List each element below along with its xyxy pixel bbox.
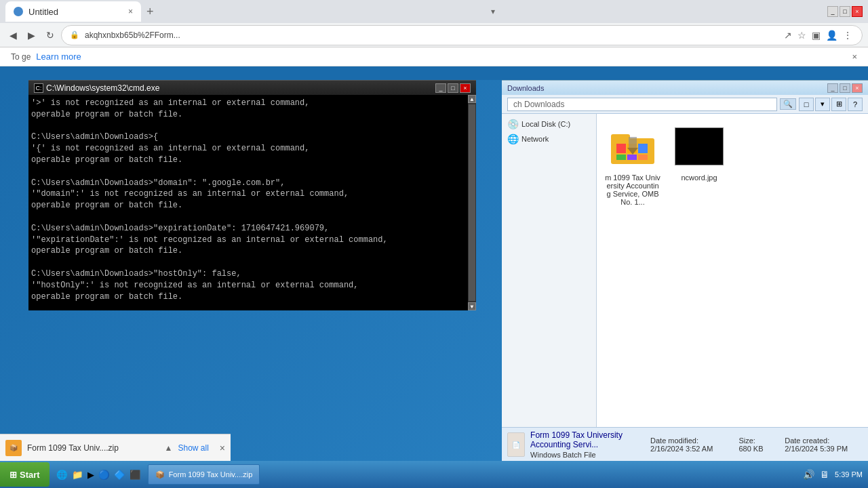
cmd-icon-tb[interactable]: ⬛ (128, 468, 142, 481)
browser-tab[interactable]: Untitled × (5, 1, 141, 22)
cmd-line: operable program or batch file. (31, 200, 464, 211)
status-date-created: Date created: 2/16/2024 5:39 PM (785, 436, 863, 453)
explorer-search-text: ch Downloads (513, 100, 771, 109)
start-button[interactable]: ⊞ Start (0, 462, 50, 487)
learn-more-link[interactable]: Learn more (36, 52, 81, 62)
status-file-type: Windows Batch File (530, 451, 645, 459)
cmd-line: operable program or batch file. (31, 109, 464, 121)
explorer-toolbar: ch Downloads 🔍 □ ▾ ⊞ ? (502, 95, 868, 114)
menu-icon[interactable]: ⋮ (842, 28, 854, 42)
explorer-icon[interactable]: 📁 (71, 468, 85, 481)
new-tab-button[interactable]: + (141, 2, 159, 22)
cmd-body: '>' is not recognized as an internal or … (28, 95, 476, 310)
disk-icon: 💿 (507, 119, 519, 129)
ie2-icon[interactable]: 🔷 (113, 468, 127, 481)
cmd-scroll-up[interactable]: ▲ (468, 95, 476, 103)
explorer-titlebar: Downloads _ □ × (502, 80, 868, 95)
tray-clock: 5:39 PM (835, 470, 863, 479)
cmd-line: operable program or batch file. (31, 291, 464, 303)
svg-rect-1 (611, 134, 630, 141)
back-button[interactable]: ◀ (5, 27, 21, 43)
show-all-button[interactable]: Show all (178, 443, 208, 453)
cmd-line: C:\Users\admin\Downloads>"hostOnly": fal… (31, 268, 464, 280)
local-disk-label: Local Disk (C:) (521, 120, 570, 128)
taskbar-items: 📦 Form 1099 Tax Univ....zip (145, 464, 797, 485)
cmd-scroll-down[interactable]: ▼ (468, 302, 476, 310)
share-icon[interactable]: ↗ (783, 28, 793, 42)
status-meta: Date modified: 2/16/2024 3:52 AM Size: 6… (650, 436, 768, 453)
cmd-minimize-button[interactable]: _ (435, 83, 446, 93)
browser-minimize-button[interactable]: _ (827, 6, 838, 17)
jpg-thumbnail (675, 127, 724, 165)
cmd-maximize-button[interactable]: □ (448, 83, 458, 93)
download-close-button[interactable]: × (220, 443, 225, 453)
cmd-icon: C: (34, 83, 43, 93)
tab-favicon (14, 7, 23, 16)
explorer-view-button[interactable]: □ (799, 98, 814, 111)
explorer-help-button[interactable]: ? (848, 98, 863, 111)
taskbar-item-label: Form 1099 Tax Univ....zip (169, 470, 253, 479)
tab-title: Untitled (28, 7, 58, 17)
taskbar-item[interactable]: 📦 Form 1099 Tax Univ....zip (148, 464, 260, 485)
address-bar[interactable]: 🔒 akqhxnbxb65b%2FForm... ↗ ☆ ▣ 👤 ⋮ (61, 25, 863, 45)
cmd-line: '"hostOnly":' is not recognized as an in… (31, 280, 464, 291)
list-item[interactable]: ncword.jpg (669, 119, 730, 209)
explorer-right-panel: m 1099 Tax University Accounting Service… (597, 114, 868, 427)
sidebar-icon[interactable]: ▣ (810, 28, 822, 42)
cmd-line: C:\Users\admin\Downloads>"domain": ".goo… (31, 178, 464, 189)
wmp-icon[interactable]: ▶ (86, 468, 96, 481)
cmd-line: C:\Users\admin\Downloads>{ (31, 131, 464, 143)
cmd-close-button[interactable]: × (460, 83, 471, 93)
explorer-layout-button[interactable]: ⊞ (831, 98, 846, 111)
explorer-maximize-button[interactable]: □ (840, 83, 850, 93)
cmd-scrollbar[interactable]: ▲ ▼ (468, 95, 476, 310)
status-size: Size: 680 KB (738, 436, 768, 453)
browser-close-button[interactable]: × (852, 6, 863, 17)
file-icon-zip (608, 122, 657, 171)
start-icon: ⊞ (9, 470, 17, 480)
cmd-line: operable program or batch file. (31, 245, 464, 257)
cmd-line (31, 302, 464, 310)
sidebar-item-local-disk[interactable]: 💿 Local Disk (C:) (505, 117, 593, 131)
cmd-line: operable program or batch file. (31, 155, 464, 166)
explorer-search-button[interactable]: 🔍 (780, 98, 796, 110)
svg-rect-6 (627, 155, 637, 160)
refresh-button[interactable]: ↻ (42, 27, 58, 43)
status-file-title: Form 1099 Tax University Accounting Serv… (530, 430, 645, 449)
file-name-zip: m 1099 Tax University Accounting Service… (605, 174, 660, 206)
learn-more-close-button[interactable]: × (852, 52, 857, 62)
cmd-line: '"domain":' is not recognized as an inte… (31, 188, 464, 200)
explorer-minimize-button[interactable]: _ (827, 83, 838, 93)
svg-rect-8 (629, 137, 637, 148)
status-file-icon: 📄 (507, 432, 525, 457)
cmd-scroll-thumb[interactable] (469, 104, 475, 301)
speaker-tray-icon[interactable]: 🔊 (803, 469, 814, 480)
profile-icon[interactable]: 👤 (825, 28, 839, 42)
cmd-line (31, 257, 464, 268)
cmd-line (31, 121, 464, 132)
forward-button[interactable]: ▶ (24, 27, 39, 43)
bookmark-icon[interactable]: ☆ (796, 28, 808, 42)
network-tray-icon[interactable]: 🖥 (820, 469, 829, 480)
explorer-sort-button[interactable]: ▾ (815, 98, 830, 111)
svg-rect-4 (638, 144, 648, 153)
sidebar-item-network[interactable]: 🌐 Network (505, 131, 593, 146)
cmd-line: '>' is not recognized as an internal or … (31, 98, 464, 109)
cmd-line (31, 166, 464, 178)
explorer-search-box[interactable]: ch Downloads (507, 98, 777, 111)
explorer-status-bar: 📄 Form 1099 Tax University Accounting Se… (502, 427, 868, 462)
browser-maximize-button[interactable]: □ (840, 6, 850, 17)
list-item[interactable]: m 1099 Tax University Accounting Service… (602, 119, 663, 209)
ie-icon[interactable]: 🌐 (55, 468, 69, 481)
explorer-close-button[interactable]: × (852, 83, 863, 93)
tab-expand-icon[interactable]: ▾ (491, 7, 495, 16)
svg-rect-7 (638, 155, 648, 160)
start-label: Start (20, 470, 40, 480)
chrome-icon[interactable]: 🔵 (97, 468, 111, 481)
tab-close-button[interactable]: × (128, 7, 133, 16)
explorer-title: Downloads (507, 84, 825, 92)
cmd-line: C:\Users\admin\Downloads>"expirationDate… (31, 223, 464, 235)
download-expand-icon[interactable]: ▲ (165, 443, 173, 453)
cmd-titlebar: C: C:\Windows\system32\cmd.exe _ □ × (28, 80, 476, 95)
cmd-line: '"expirationDate":' is not recognized as… (31, 235, 464, 246)
